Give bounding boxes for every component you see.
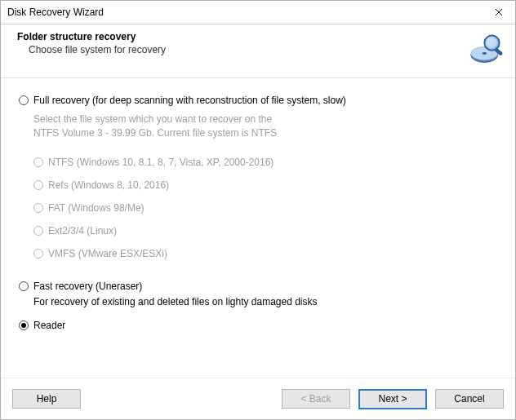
radio-icon [33,180,43,190]
magnifier-disk-icon [469,31,505,69]
radio-fs-vmfs: VMFS (VMware ESX/ESXi) [33,248,497,259]
radio-label: Full recovery (for deep scanning with re… [33,95,346,106]
wizard-window: Disk Recovery Wizard Folder structure re… [0,0,516,420]
radio-fast-recovery[interactable]: Fast recovery (Uneraser) [19,281,497,292]
filesystem-options: NTFS (Windows 10, 8.1, 8, 7, Vista, XP, … [19,157,497,259]
radio-reader[interactable]: Reader [19,320,497,331]
option-reader: Reader [19,320,497,331]
page-title: Folder structure recovery [17,31,166,42]
radio-fs-refs: Refs (Windows 8, 10, 2016) [33,179,497,191]
fast-recovery-desc: For recovery of existing and deleted fil… [19,295,497,309]
radio-label: Fast recovery (Uneraser) [33,281,142,292]
desc-line2: NTFS Volume 3 - 39.99 Gb. Current file s… [33,127,277,139]
svg-point-6 [487,38,497,48]
radio-label: NTFS (Windows 10, 8.1, 8, 7, Vista, XP, … [48,157,274,168]
close-button[interactable] [483,1,515,24]
wizard-header: Folder structure recovery Choose file sy… [1,24,515,78]
option-full-recovery: Full recovery (for deep scanning with re… [19,95,497,259]
radio-label: FAT (Windows 98/Me) [48,202,145,214]
back-button: < Back [282,389,350,409]
page-subtitle: Choose file system for recovery [17,42,166,55]
radio-fs-fat: FAT (Windows 98/Me) [33,202,497,214]
help-button[interactable]: Help [12,389,81,409]
next-button[interactable]: Next > [358,389,427,409]
radio-label: Refs (Windows 8, 10, 2016) [48,179,169,191]
button-bar: Help < Back Next > Cancel [1,378,515,419]
radio-label: VMFS (VMware ESX/ESXi) [48,248,167,259]
svg-point-4 [483,52,487,55]
header-text: Folder structure recovery Choose file sy… [17,31,166,55]
close-icon [495,8,503,16]
radio-icon [33,226,43,236]
cancel-button[interactable]: Cancel [435,389,504,409]
radio-icon [19,95,29,105]
radio-fs-ntfs: NTFS (Windows 10, 8.1, 8, 7, Vista, XP, … [33,157,497,168]
radio-icon [19,281,29,291]
window-title: Disk Recovery Wizard [7,7,104,18]
full-recovery-desc: Select the file system which you want to… [19,109,497,145]
desc-line1: Select the file system which you want to… [33,113,272,125]
wizard-body: Full recovery (for deep scanning with re… [1,78,515,378]
radio-label: Reader [33,320,65,331]
option-fast-recovery: Fast recovery (Uneraser) For recovery of… [19,281,497,309]
titlebar: Disk Recovery Wizard [1,1,515,24]
radio-full-recovery[interactable]: Full recovery (for deep scanning with re… [19,95,497,106]
radio-fs-ext: Ext2/3/4 (Linux) [33,225,497,237]
radio-label: Ext2/3/4 (Linux) [48,225,117,237]
radio-icon [33,157,43,167]
radio-icon [33,249,43,259]
radio-icon [33,203,43,213]
radio-icon [19,321,29,330]
